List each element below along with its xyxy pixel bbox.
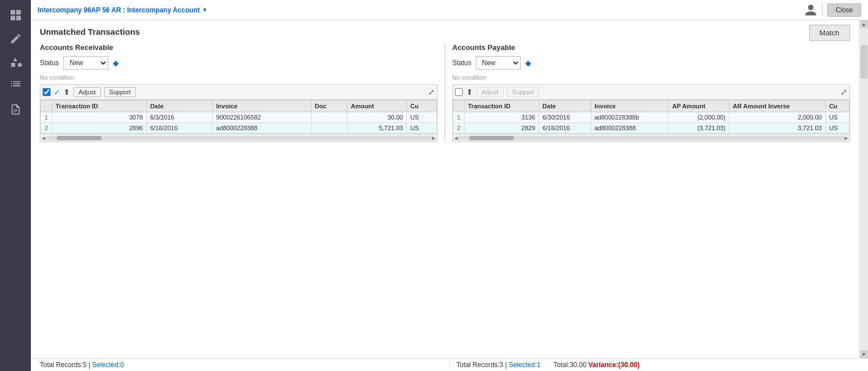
scrollbar-thumb	[861, 45, 867, 79]
ar-selected-text: Selected:0	[92, 361, 124, 369]
ar-invoice: 9000226106582	[213, 112, 311, 123]
ar-row-num: 2	[41, 123, 52, 134]
svg-rect-0	[10, 10, 15, 15]
ar-scroll-thumb	[57, 136, 102, 140]
ap-invoice: ad8000228388	[591, 123, 668, 134]
ar-table-wrapper: Transaction ID Date Invoice Doc Amount C…	[40, 99, 438, 134]
ap-scroll-thumb	[469, 136, 514, 140]
sidebar-item-list[interactable]	[4, 75, 27, 97]
ar-invoice: ad8000228388	[213, 123, 311, 134]
ar-date: 6/3/2016	[146, 112, 213, 123]
ar-no-condition: No condition	[40, 73, 438, 82]
ar-status-select[interactable]: New	[63, 56, 108, 70]
title-dropdown-arrow[interactable]: ▼	[202, 7, 208, 13]
footer-left: Total Records:5 | Selected:0	[40, 361, 449, 369]
ar-filter-row: Status New ◆	[40, 56, 438, 70]
ar-col-check	[41, 100, 52, 112]
ap-panel-title: Accounts Payable	[452, 43, 850, 52]
ar-select-all-checkbox[interactable]	[43, 88, 50, 96]
ap-filter-row: Status New ◆	[452, 56, 850, 70]
footer-right: Total Records:3 | Selected:1 Total:30.00…	[449, 361, 860, 369]
ar-filter-icon[interactable]: ◆	[113, 58, 119, 67]
ap-ar-amount-inverse: 3,721.03	[729, 123, 826, 134]
ap-upload-icon[interactable]: ⬆	[466, 88, 473, 97]
ap-transaction-id: 2829	[465, 123, 539, 134]
ar-table-row[interactable]: 2 2896 6/16/2016 ad8000228388 5,721.03 U…	[41, 123, 437, 134]
ar-support-button[interactable]: Support	[104, 87, 136, 97]
ar-doc	[311, 112, 347, 123]
ap-status-label: Status	[452, 59, 471, 67]
footer: Total Records:5 | Selected:0 Total Recor…	[31, 358, 868, 371]
ap-col-ar-amount-inverse: AR Amount Inverse	[729, 100, 826, 112]
ar-table-toolbar: ✓ ⬆ Adjust Support ⤢	[40, 84, 438, 99]
sidebar-item-edit[interactable]	[4, 28, 27, 49]
content-inner: Unmatched Transactions Match Accounts Re…	[31, 20, 859, 149]
ap-table-wrapper: Transaction ID Date Invoice AP Amount AR…	[452, 99, 850, 134]
ap-panel: Accounts Payable Status New ◆ No conditi…	[445, 43, 850, 142]
ar-status-label: Status	[40, 59, 59, 67]
ap-cu: US	[825, 112, 849, 123]
ar-footer-text: Total Records:5 |	[40, 361, 92, 369]
ap-scroll-area[interactable]: ◀ ▶	[452, 134, 850, 142]
ar-scroll-area[interactable]: ◀ ▶	[40, 134, 438, 142]
app-title[interactable]: Intercompany 96AP 56 AR : Intercompany A…	[38, 6, 208, 14]
ap-date: 6/16/2016	[539, 123, 591, 134]
ap-transaction-id: 3136	[465, 112, 539, 123]
ap-footer-text: Total Records:3 |	[457, 361, 509, 369]
dashboard-icon	[10, 9, 22, 21]
ap-ar-amount-inverse: 2,000.00	[729, 112, 826, 123]
sidebar-item-shapes[interactable]	[4, 52, 27, 73]
ap-status-select[interactable]: New	[476, 56, 521, 70]
ar-transaction-id: 2896	[52, 123, 147, 134]
ap-no-condition: No condition	[452, 73, 850, 82]
main-content: Intercompany 96AP 56 AR : Intercompany A…	[31, 0, 868, 371]
close-button[interactable]: Close	[827, 3, 861, 17]
sidebar-item-dashboard[interactable]	[4, 4, 27, 26]
ap-adjust-button[interactable]: Adjust	[476, 87, 504, 97]
ap-selected-text: Selected:1	[509, 361, 541, 369]
ar-table-row[interactable]: 1 3078 6/3/2016 9000226106582 30.00 US	[41, 112, 437, 123]
ap-table-row[interactable]: 1 3136 6/30/2016 ad8000228388b (2,000.00…	[453, 112, 849, 123]
ar-adjust-button[interactable]: Adjust	[74, 87, 101, 97]
ap-table-header: Transaction ID Date Invoice AP Amount AR…	[453, 100, 849, 112]
ap-col-invoice: Invoice	[591, 100, 668, 112]
ar-table-body: 1 3078 6/3/2016 9000226106582 30.00 US 2…	[41, 112, 437, 134]
ar-table: Transaction ID Date Invoice Doc Amount C…	[40, 100, 437, 134]
ap-row-num: 1	[453, 112, 465, 123]
ar-scroll-track[interactable]	[45, 136, 432, 140]
sidebar-item-report[interactable]	[4, 99, 27, 120]
ap-col-ap-amount: AP Amount	[668, 100, 729, 112]
ap-support-button[interactable]: Support	[507, 87, 539, 97]
ar-upload-icon[interactable]: ⬆	[63, 88, 70, 97]
ap-select-all-checkbox[interactable]	[455, 88, 463, 96]
app-title-text: Intercompany 96AP 56 AR : Intercompany A…	[38, 6, 200, 14]
ar-amount: 5,721.03	[347, 123, 407, 134]
ar-expand-icon[interactable]: ⤢	[428, 88, 435, 97]
shapes-icon	[10, 56, 22, 68]
svg-rect-2	[10, 16, 15, 20]
ar-row-num: 1	[41, 112, 52, 123]
scroll-up-arrow[interactable]: ▲	[860, 20, 868, 28]
ap-variance-text: Variance:(30.00)	[589, 361, 640, 369]
ap-col-transaction-id: Transaction ID	[465, 100, 539, 112]
ap-expand-icon[interactable]: ⤢	[841, 88, 847, 97]
main-scrollbar[interactable]: ▲ ▼	[859, 20, 868, 358]
ar-col-transaction-id: Transaction ID	[52, 100, 147, 112]
match-button[interactable]: Match	[809, 25, 850, 41]
ar-col-date: Date	[146, 100, 213, 112]
panels-container: Accounts Receivable Status New ◆ No cond…	[40, 43, 850, 142]
ap-filter-icon[interactable]: ◆	[525, 58, 531, 67]
content-scroll: Unmatched Transactions Match Accounts Re…	[31, 20, 859, 358]
ar-cu: US	[407, 123, 437, 134]
top-bar-right: Close	[804, 3, 861, 17]
ap-scroll-track[interactable]	[458, 136, 844, 140]
footer-panels: Total Records:5 | Selected:0 Total Recor…	[40, 361, 859, 369]
svg-rect-1	[16, 10, 20, 15]
ar-table-header: Transaction ID Date Invoice Doc Amount C…	[41, 100, 437, 112]
ap-date: 6/30/2016	[539, 112, 591, 123]
ap-ap-amount: (2,000.00)	[668, 112, 729, 123]
ap-ap-amount: (3,721.03)	[668, 123, 729, 134]
scroll-down-arrow[interactable]: ▼	[860, 350, 868, 358]
scrollbar-track[interactable]	[860, 28, 868, 350]
ap-table-row[interactable]: 2 2829 6/16/2016 ad8000228388 (3,721.03)…	[453, 123, 849, 134]
